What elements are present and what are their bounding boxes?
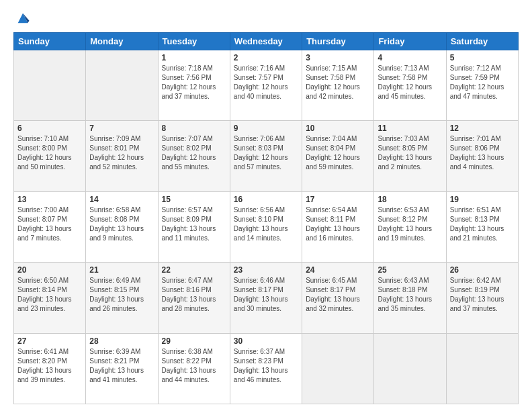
calendar-cell: 17Sunrise: 6:54 AM Sunset: 8:11 PM Dayli… <box>302 191 374 262</box>
calendar-week-5: 27Sunrise: 6:41 AM Sunset: 8:20 PM Dayli… <box>14 333 519 404</box>
day-number: 19 <box>450 195 515 204</box>
day-info: Sunrise: 7:10 AM Sunset: 8:00 PM Dayligh… <box>17 134 82 172</box>
day-number: 16 <box>234 195 298 204</box>
calendar-cell: 16Sunrise: 6:56 AM Sunset: 8:10 PM Dayli… <box>230 191 302 262</box>
day-number: 24 <box>306 265 370 275</box>
day-number: 13 <box>17 195 82 204</box>
day-number: 15 <box>162 195 226 204</box>
day-info: Sunrise: 6:43 AM Sunset: 8:18 PM Dayligh… <box>378 276 442 314</box>
page: SundayMondayTuesdayWednesdayThursdayFrid… <box>0 0 532 411</box>
day-number: 22 <box>162 265 226 275</box>
day-number: 11 <box>378 124 442 133</box>
day-number: 21 <box>89 265 154 275</box>
logo <box>13 12 30 26</box>
day-number: 10 <box>306 124 370 133</box>
day-info: Sunrise: 7:06 AM Sunset: 8:03 PM Dayligh… <box>234 134 298 172</box>
day-number: 4 <box>378 53 442 62</box>
day-info: Sunrise: 7:13 AM Sunset: 7:58 PM Dayligh… <box>378 64 442 101</box>
day-info: Sunrise: 6:41 AM Sunset: 8:20 PM Dayligh… <box>17 347 82 385</box>
calendar-cell <box>302 333 374 404</box>
day-info: Sunrise: 6:49 AM Sunset: 8:15 PM Dayligh… <box>89 276 154 314</box>
calendar-cell: 8Sunrise: 7:07 AM Sunset: 8:02 PM Daylig… <box>158 121 230 191</box>
day-info: Sunrise: 6:51 AM Sunset: 8:13 PM Dayligh… <box>450 205 515 243</box>
day-number: 17 <box>306 195 370 204</box>
calendar-cell: 13Sunrise: 7:00 AM Sunset: 8:07 PM Dayli… <box>14 191 86 262</box>
day-info: Sunrise: 7:04 AM Sunset: 8:04 PM Dayligh… <box>306 134 370 172</box>
day-info: Sunrise: 6:54 AM Sunset: 8:11 PM Dayligh… <box>306 205 370 243</box>
day-number: 28 <box>89 336 154 346</box>
day-number: 14 <box>89 195 154 204</box>
day-number: 26 <box>450 265 515 275</box>
calendar-cell: 21Sunrise: 6:49 AM Sunset: 8:15 PM Dayli… <box>86 263 158 333</box>
calendar-cell <box>14 50 86 121</box>
day-number: 29 <box>162 336 226 346</box>
calendar-header-thursday: Thursday <box>302 33 374 50</box>
day-info: Sunrise: 6:45 AM Sunset: 8:17 PM Dayligh… <box>306 276 370 314</box>
calendar-cell: 7Sunrise: 7:09 AM Sunset: 8:01 PM Daylig… <box>86 121 158 191</box>
day-number: 20 <box>17 265 82 275</box>
calendar-cell: 28Sunrise: 6:39 AM Sunset: 8:21 PM Dayli… <box>86 333 158 404</box>
calendar-header-tuesday: Tuesday <box>158 33 230 50</box>
calendar-cell: 29Sunrise: 6:38 AM Sunset: 8:22 PM Dayli… <box>158 333 230 404</box>
day-info: Sunrise: 7:16 AM Sunset: 7:57 PM Dayligh… <box>234 64 298 101</box>
day-number: 25 <box>378 265 442 275</box>
calendar-cell: 1Sunrise: 7:18 AM Sunset: 7:56 PM Daylig… <box>158 50 230 121</box>
day-number: 18 <box>378 195 442 204</box>
calendar-cell: 3Sunrise: 7:15 AM Sunset: 7:58 PM Daylig… <box>302 50 374 121</box>
day-number: 1 <box>162 53 226 62</box>
calendar-cell: 30Sunrise: 6:37 AM Sunset: 8:23 PM Dayli… <box>230 333 302 404</box>
calendar-table: SundayMondayTuesdayWednesdayThursdayFrid… <box>13 32 519 404</box>
calendar-cell: 14Sunrise: 6:58 AM Sunset: 8:08 PM Dayli… <box>86 191 158 262</box>
calendar-cell: 15Sunrise: 6:57 AM Sunset: 8:09 PM Dayli… <box>158 191 230 262</box>
day-number: 3 <box>306 53 370 62</box>
calendar-header-saturday: Saturday <box>446 33 518 50</box>
calendar-cell <box>86 50 158 121</box>
calendar-header-sunday: Sunday <box>14 33 86 50</box>
day-number: 9 <box>234 124 298 133</box>
day-info: Sunrise: 6:47 AM Sunset: 8:16 PM Dayligh… <box>162 276 226 314</box>
day-info: Sunrise: 6:57 AM Sunset: 8:09 PM Dayligh… <box>162 205 226 243</box>
day-info: Sunrise: 7:12 AM Sunset: 7:59 PM Dayligh… <box>450 64 515 101</box>
calendar-cell: 12Sunrise: 7:01 AM Sunset: 8:06 PM Dayli… <box>446 121 518 191</box>
day-info: Sunrise: 6:42 AM Sunset: 8:19 PM Dayligh… <box>450 276 515 314</box>
day-info: Sunrise: 6:37 AM Sunset: 8:23 PM Dayligh… <box>234 347 298 385</box>
calendar-cell: 25Sunrise: 6:43 AM Sunset: 8:18 PM Dayli… <box>374 263 446 333</box>
day-number: 7 <box>89 124 154 133</box>
calendar-header-wednesday: Wednesday <box>230 33 302 50</box>
day-number: 30 <box>234 336 298 346</box>
calendar-cell: 4Sunrise: 7:13 AM Sunset: 7:58 PM Daylig… <box>374 50 446 121</box>
calendar-cell <box>374 333 446 404</box>
day-info: Sunrise: 6:50 AM Sunset: 8:14 PM Dayligh… <box>17 276 82 314</box>
calendar-cell: 23Sunrise: 6:46 AM Sunset: 8:17 PM Dayli… <box>230 263 302 333</box>
day-number: 8 <box>162 124 226 133</box>
day-info: Sunrise: 7:01 AM Sunset: 8:06 PM Dayligh… <box>450 134 515 172</box>
calendar-cell: 9Sunrise: 7:06 AM Sunset: 8:03 PM Daylig… <box>230 121 302 191</box>
calendar-cell: 2Sunrise: 7:16 AM Sunset: 7:57 PM Daylig… <box>230 50 302 121</box>
day-info: Sunrise: 7:15 AM Sunset: 7:58 PM Dayligh… <box>306 64 370 101</box>
calendar-cell: 10Sunrise: 7:04 AM Sunset: 8:04 PM Dayli… <box>302 121 374 191</box>
calendar-week-1: 1Sunrise: 7:18 AM Sunset: 7:56 PM Daylig… <box>14 50 519 121</box>
day-number: 12 <box>450 124 515 133</box>
calendar-cell: 20Sunrise: 6:50 AM Sunset: 8:14 PM Dayli… <box>14 263 86 333</box>
calendar-cell: 11Sunrise: 7:03 AM Sunset: 8:05 PM Dayli… <box>374 121 446 191</box>
day-info: Sunrise: 7:00 AM Sunset: 8:07 PM Dayligh… <box>17 205 82 243</box>
day-number: 23 <box>234 265 298 275</box>
calendar-header-row: SundayMondayTuesdayWednesdayThursdayFrid… <box>14 33 519 50</box>
calendar-cell: 27Sunrise: 6:41 AM Sunset: 8:20 PM Dayli… <box>14 333 86 404</box>
calendar-cell: 26Sunrise: 6:42 AM Sunset: 8:19 PM Dayli… <box>446 263 518 333</box>
day-info: Sunrise: 7:09 AM Sunset: 8:01 PM Dayligh… <box>89 134 154 172</box>
calendar-week-2: 6Sunrise: 7:10 AM Sunset: 8:00 PM Daylig… <box>14 121 519 191</box>
day-info: Sunrise: 7:18 AM Sunset: 7:56 PM Dayligh… <box>162 64 226 101</box>
day-info: Sunrise: 6:46 AM Sunset: 8:17 PM Dayligh… <box>234 276 298 314</box>
calendar-week-4: 20Sunrise: 6:50 AM Sunset: 8:14 PM Dayli… <box>14 263 519 333</box>
calendar-cell: 19Sunrise: 6:51 AM Sunset: 8:13 PM Dayli… <box>446 191 518 262</box>
day-info: Sunrise: 7:07 AM Sunset: 8:02 PM Dayligh… <box>162 134 226 172</box>
logo-icon <box>15 11 30 26</box>
calendar-cell <box>446 333 518 404</box>
calendar-week-3: 13Sunrise: 7:00 AM Sunset: 8:07 PM Dayli… <box>14 191 519 262</box>
header <box>13 12 519 26</box>
calendar-cell: 24Sunrise: 6:45 AM Sunset: 8:17 PM Dayli… <box>302 263 374 333</box>
day-info: Sunrise: 6:53 AM Sunset: 8:12 PM Dayligh… <box>378 205 442 243</box>
day-number: 5 <box>450 53 515 62</box>
day-info: Sunrise: 6:39 AM Sunset: 8:21 PM Dayligh… <box>89 347 154 385</box>
